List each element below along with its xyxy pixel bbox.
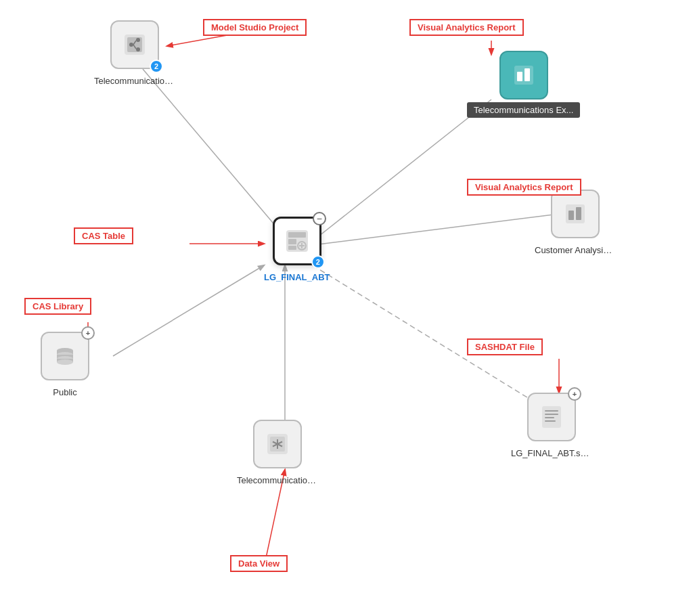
svg-rect-44	[545, 420, 556, 422]
annotation-data-view: Data View	[230, 555, 288, 572]
annotation-va-report-2: Visual Analytics Report	[467, 179, 581, 196]
annotation-va-report-1: Visual Analytics Report	[409, 19, 524, 36]
va-report-2-svg	[562, 200, 589, 227]
model-studio-badge: 2	[150, 60, 163, 73]
svg-rect-21	[517, 72, 522, 81]
cas-library-icon-box: +	[41, 332, 89, 380]
svg-point-17	[136, 47, 140, 51]
svg-rect-32	[576, 207, 581, 220]
data-view-node[interactable]: Telecommunication Dat...	[237, 420, 318, 485]
svg-line-1	[313, 100, 491, 241]
svg-rect-31	[568, 211, 574, 220]
svg-line-3	[113, 265, 264, 356]
va-report-1-label: Telecommunications Ex...	[467, 102, 580, 118]
cas-library-label: Public	[53, 387, 76, 397]
sashdat-label: LG_FINAL_ABT.sashdat	[511, 448, 592, 458]
model-studio-icon-box: 2	[110, 20, 159, 69]
svg-rect-24	[288, 232, 306, 238]
data-view-label: Telecommunication Dat...	[237, 475, 318, 485]
svg-rect-41	[545, 410, 558, 412]
va-report-2-node[interactable]: Customer Analysis Rep...	[535, 190, 616, 255]
svg-line-0	[143, 69, 288, 241]
va-report-1-svg	[510, 62, 537, 89]
cas-table-minus-badge: −	[313, 212, 326, 225]
sashdat-svg	[538, 403, 565, 431]
cas-library-svg	[51, 343, 79, 370]
va-report-1-icon-box	[499, 51, 548, 100]
model-studio-svg	[121, 31, 148, 58]
svg-rect-25	[288, 239, 296, 244]
cas-library-plus-badge: +	[81, 326, 95, 340]
cas-table-svg	[284, 227, 311, 255]
annotation-cas-table: CAS Table	[74, 227, 133, 244]
data-view-svg	[264, 431, 291, 458]
data-view-icon-box	[253, 420, 302, 468]
svg-rect-22	[524, 68, 530, 81]
annotation-model-studio: Model Studio Project	[203, 19, 307, 36]
sashdat-plus-badge: +	[568, 387, 581, 401]
model-studio-label: Telecommunications m...	[94, 76, 175, 86]
annotation-sashdat: SASHDAT File	[467, 338, 543, 355]
svg-rect-26	[288, 246, 296, 250]
cas-library-node[interactable]: + Public	[41, 332, 89, 397]
cas-table-icon-box: − 2	[273, 217, 321, 265]
va-report-1-node[interactable]: Telecommunications Ex...	[467, 51, 580, 118]
va-report-2-icon-box	[551, 190, 600, 238]
svg-point-15	[129, 43, 133, 47]
svg-point-39	[57, 359, 73, 365]
svg-point-16	[136, 38, 140, 42]
sashdat-file-node[interactable]: + LG_FINAL_ABT.sashdat	[511, 393, 592, 458]
svg-rect-42	[545, 414, 558, 415]
va-report-2-label: Customer Analysis Rep...	[535, 245, 616, 255]
sashdat-file-icon-box: +	[527, 393, 576, 441]
svg-line-2	[313, 214, 559, 245]
svg-rect-43	[545, 417, 554, 418]
cas-table-badge: 2	[311, 255, 325, 269]
annotation-cas-library: CAS Library	[24, 298, 91, 315]
cas-table-node[interactable]: − 2 LG_FINAL_ABT	[264, 217, 330, 282]
model-studio-node[interactable]: 2 Telecommunications m...	[94, 20, 175, 86]
cas-table-label: LG_FINAL_ABT	[264, 272, 330, 282]
